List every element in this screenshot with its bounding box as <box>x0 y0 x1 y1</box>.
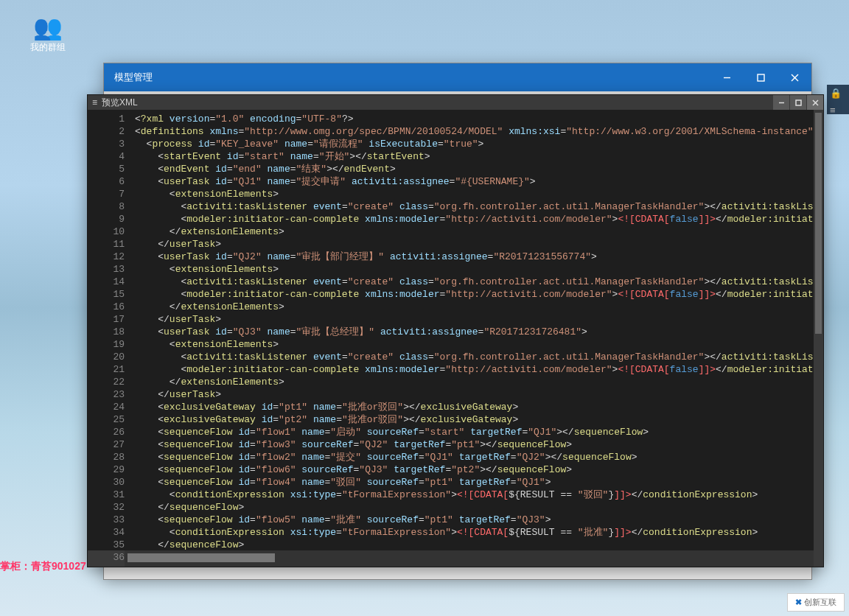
inner-window-title: 预览XML <box>102 97 138 109</box>
outer-window-title: 模型管理 <box>114 71 153 84</box>
vertical-scrollbar-thumb[interactable] <box>815 113 822 334</box>
vertical-scrollbar[interactable] <box>814 110 823 550</box>
close-button[interactable] <box>778 63 811 91</box>
lock-icon[interactable]: 🔒 <box>827 85 849 102</box>
code-editor[interactable]: 1234567891011121314151617181920212223242… <box>88 110 823 550</box>
desktop-icon-groups[interactable]: 👥 我的群组 <box>26 13 70 54</box>
menu-icon[interactable]: ≡ <box>827 102 849 119</box>
right-side-panel: 🔒 ≡ <box>827 85 849 114</box>
desktop: 👥 我的群组 🔒 ≡ 模型管理 ≡ 预览XML 1234567891 <box>0 0 849 616</box>
inner-maximize-button[interactable] <box>790 95 806 110</box>
watermark-left: 掌柜：青苔901027 <box>0 560 86 573</box>
horizontal-scrollbar-thumb[interactable] <box>127 553 275 562</box>
svg-rect-1 <box>758 74 764 81</box>
inner-titlebar[interactable]: ≡ 预览XML <box>88 95 823 111</box>
inner-minimize-button[interactable] <box>773 95 789 110</box>
inner-close-button[interactable] <box>807 95 823 110</box>
minimize-button[interactable] <box>710 63 744 91</box>
list-icon: ≡ <box>92 97 97 108</box>
watermark-right-logo-icon: ✖ <box>795 598 802 606</box>
horizontal-scrollbar[interactable] <box>125 550 814 567</box>
watermark-right-label: 创新互联 <box>804 598 836 606</box>
users-icon: 👥 <box>26 13 70 41</box>
xml-preview-window: ≡ 预览XML 12345678910111213141516171819202… <box>87 94 824 567</box>
desktop-icon-label: 我的群组 <box>26 41 70 54</box>
line-number-gutter: 1234567891011121314151617181920212223242… <box>88 110 130 550</box>
svg-rect-5 <box>796 100 801 105</box>
maximize-button[interactable] <box>744 63 778 91</box>
code-content[interactable]: <?xml version="1.0" encoding="UTF-8"?><d… <box>130 110 814 550</box>
outer-titlebar[interactable]: 模型管理 <box>104 63 811 91</box>
watermark-right: ✖ 创新互联 <box>787 593 845 612</box>
